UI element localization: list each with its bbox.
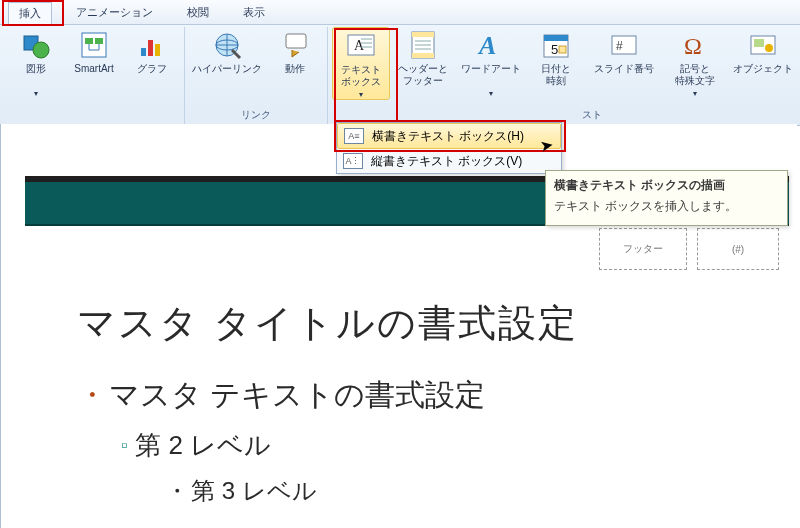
svg-text:5: 5 [551,42,558,57]
object-button[interactable]: オブジェクト [728,27,798,89]
tooltip-title: 横書きテキスト ボックスの描画 [554,177,779,194]
wordart-icon: A [475,29,507,61]
symbol-icon: Ω [679,29,711,61]
svg-rect-5 [141,48,146,56]
shapes-label: 図形 [26,63,46,89]
chart-label: グラフ [137,63,167,89]
svg-rect-31 [754,39,764,47]
svg-text:#: # [616,39,623,53]
datetime-button[interactable]: 5 日付と 時刻 [528,27,584,89]
chevron-down-icon: ▾ [34,89,38,98]
smartart-icon [78,29,110,61]
tab-insert[interactable]: 挿入 [8,2,52,25]
slidenumber-button[interactable]: # スライド番号 [586,27,662,89]
slidenumber-icon: # [608,29,640,61]
shapes-icon [20,29,52,61]
svg-rect-3 [85,38,93,44]
object-label: オブジェクト [733,63,793,89]
chevron-down-icon: ▾ [693,89,697,98]
chart-button[interactable]: グラフ [124,27,180,89]
svg-rect-17 [412,32,434,37]
hyperlink-button[interactable]: ハイパーリンク [189,27,265,89]
footer-placeholder-label: フッター [623,242,663,256]
master-text-level3: 第 3 レベル [165,475,781,507]
footer-placeholder[interactable]: フッター [599,228,687,270]
header-footer-icon [407,29,439,61]
svg-rect-24 [544,35,568,41]
svg-rect-6 [148,40,153,56]
action-button[interactable]: 動作 [267,27,323,89]
hyperlink-label: ハイパーリンク [192,63,262,89]
ribbon-group-links: ハイパーリンク 動作 リンク [185,27,328,125]
svg-rect-7 [155,44,160,56]
symbol-button[interactable]: Ω 記号と 特殊文字 ▾ [664,27,726,98]
textbox-horizontal-label: 横書きテキスト ボックス(H) [372,128,524,145]
ribbon: 図形 ▾ SmartArt グラフ [0,25,800,126]
svg-rect-26 [559,46,566,53]
svg-rect-4 [95,38,103,44]
datetime-label: 日付と 時刻 [541,63,571,89]
svg-rect-10 [286,34,306,48]
textbox-vertical-item[interactable]: A⋮ 縦書きテキスト ボックス(V) [337,149,561,173]
smartart-button[interactable]: SmartArt [66,27,122,89]
datetime-icon: 5 [540,29,572,61]
smartart-label: SmartArt [74,63,113,89]
slide-number-placeholder-label: (#) [732,244,744,255]
textbox-horizontal-item[interactable]: A≡ 横書きテキスト ボックス(H) [337,123,561,149]
tab-view[interactable]: 表示 [233,2,275,23]
tooltip-body: テキスト ボックスを挿入します。 [554,198,779,215]
chart-icon [136,29,168,61]
svg-point-32 [765,44,773,52]
header-footer-button[interactable]: ヘッダーと フッター [392,27,454,89]
textbox-vertical-label: 縦書きテキスト ボックス(V) [371,153,522,170]
action-icon [279,29,311,61]
svg-text:Ω: Ω [684,33,702,59]
svg-text:A: A [354,38,365,53]
textbox-button[interactable]: A テキスト ボックス ▾ [332,27,390,100]
slide-body[interactable]: マスタ タイトルの書式設定 マスタ テキストの書式設定 第 2 レベル 第 3 … [77,298,781,528]
master-title-text: マスタ タイトルの書式設定 [77,298,781,349]
action-label: 動作 [285,63,305,89]
svg-rect-18 [412,53,434,58]
chevron-down-icon: ▾ [359,90,363,99]
tab-review[interactable]: 校閲 [177,2,219,23]
textbox-dropdown: A≡ 横書きテキスト ボックス(H) A⋮ 縦書きテキスト ボックス(V) [336,122,562,174]
tooltip: 横書きテキスト ボックスの描画 テキスト ボックスを挿入します。 [545,170,788,226]
hyperlink-icon [211,29,243,61]
slidenumber-label: スライド番号 [594,63,654,89]
tab-strip: 挿入 アニメーション 校閲 表示 [0,0,800,25]
master-text-level2: 第 2 レベル [121,428,781,463]
shapes-button[interactable]: 図形 ▾ [8,27,64,98]
wordart-button[interactable]: A ワードアート ▾ [456,27,526,98]
textbox-icon: A [345,30,377,62]
ribbon-group-text: A テキスト ボックス ▾ ヘッダーと フッター A ワードアート ▾ [328,27,800,125]
tab-animation[interactable]: アニメーション [66,2,163,23]
group-label-illustrations [8,109,180,125]
object-icon [747,29,779,61]
chevron-down-icon: ▾ [489,89,493,98]
ribbon-group-illustrations: 図形 ▾ SmartArt グラフ [4,27,185,125]
slide-number-placeholder[interactable]: (#) [697,228,779,270]
svg-rect-2 [82,33,106,57]
group-label-links: リンク [189,106,323,125]
svg-text:A: A [477,31,496,60]
textbox-label: テキスト ボックス [341,64,381,90]
master-text-level1: マスタ テキストの書式設定 [77,375,781,416]
vertical-textbox-icon: A⋮ [343,153,363,169]
header-footer-label: ヘッダーと フッター [398,63,448,89]
horizontal-textbox-icon: A≡ [344,128,364,144]
symbol-label: 記号と 特殊文字 [675,63,715,89]
svg-point-1 [33,42,49,58]
wordart-label: ワードアート [461,63,521,89]
